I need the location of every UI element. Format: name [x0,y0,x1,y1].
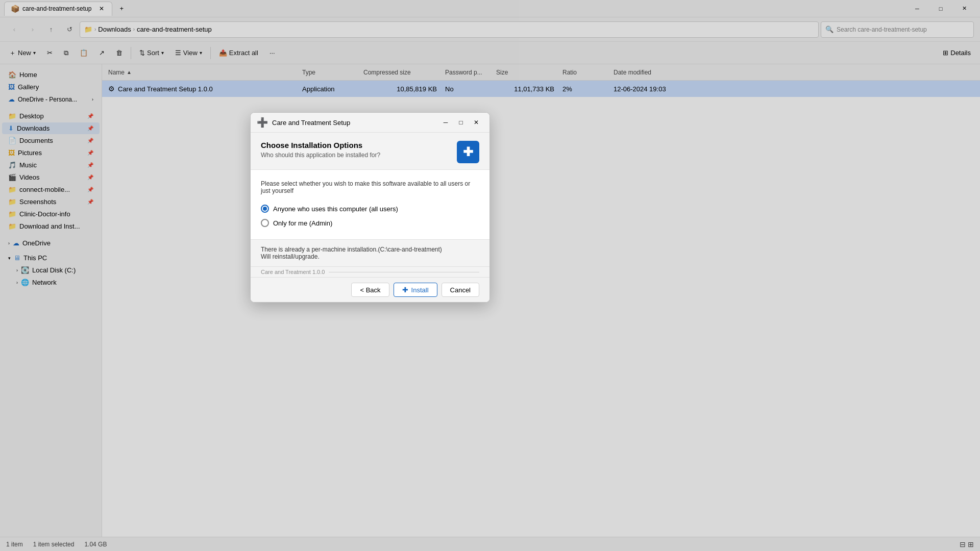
notice-line1: There is already a per-machine installat… [261,246,479,253]
dialog-notice: There is already a per-machine installat… [251,239,489,266]
radio-only-me[interactable]: Only for me (Admin) [261,219,479,227]
notice-line2: Will reinstall/upgrade. [261,253,479,260]
cancel-button[interactable]: Cancel [442,283,479,297]
dialog-subtitle: Who should this application be installed… [261,152,380,159]
radio-all-users[interactable]: Anyone who uses this computer (all users… [261,205,479,213]
radio-only-me-circle[interactable] [261,219,269,227]
radio-all-users-label: Anyone who uses this computer (all users… [273,205,398,213]
dialog-overlay: ➕ Care and Treatment Setup ─ □ ✕ Choose … [0,0,980,551]
setup-dialog: ➕ Care and Treatment Setup ─ □ ✕ Choose … [250,112,490,303]
footer-label-text: Care and Treatment 1.0.0 [261,269,325,275]
install-icon: ✚ [402,286,408,294]
dialog-controls: ─ □ ✕ [438,117,483,128]
radio-all-users-circle[interactable] [261,205,269,213]
footer-divider-line [329,272,479,272]
radio-only-me-label: Only for me (Admin) [273,219,332,227]
dialog-header-text: Choose Installation Options Who should t… [261,141,380,159]
dialog-close-button[interactable]: ✕ [469,117,483,128]
install-label: Install [411,286,429,294]
dialog-maximize-button[interactable]: □ [454,117,468,128]
dialog-title-bar: ➕ Care and Treatment Setup ─ □ ✕ [251,113,489,133]
install-button[interactable]: ✚ Install [394,283,437,297]
dialog-title-icon: ➕ [257,117,268,128]
dialog-footer-label: Care and Treatment 1.0.0 [251,266,489,277]
logo-icon: ✚ [463,145,473,159]
dialog-body: Please select whether you wish to make t… [251,170,489,239]
dialog-description: Please select whether you wish to make t… [261,180,479,194]
back-button[interactable]: < Back [351,283,389,297]
dialog-logo: ✚ [457,141,479,163]
dialog-header: Choose Installation Options Who should t… [251,133,489,170]
dialog-footer: < Back ✚ Install Cancel [251,277,489,302]
dialog-title-heading: Choose Installation Options [261,141,380,149]
dialog-title-text: Care and Treatment Setup [272,119,434,127]
dialog-minimize-button[interactable]: ─ [438,117,453,128]
